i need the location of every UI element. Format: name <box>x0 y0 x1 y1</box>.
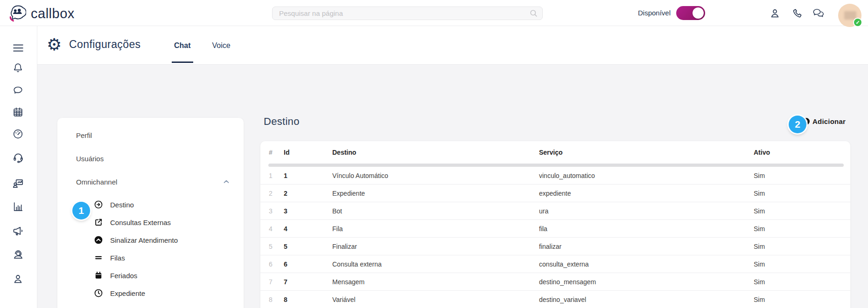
bar-chart-icon[interactable] <box>12 201 24 212</box>
sidebar-subitem[interactable]: Sinalizar Atendimento <box>57 231 244 249</box>
column-header-ativo: Ativo <box>754 149 850 156</box>
cell-servico: destino_mensagem <box>539 278 754 286</box>
cell-servico: finalizar <box>539 243 754 250</box>
table-row[interactable]: 3 3 Bot ura Sim <box>260 202 850 220</box>
chats-icon[interactable] <box>812 7 826 20</box>
monitor-person-icon[interactable] <box>12 178 24 190</box>
chevron-up-circle-icon <box>93 235 104 245</box>
table-row[interactable]: 7 7 Mensagem destino_mensagem Sim <box>260 273 850 291</box>
topbar: callbox Disponível ✓ <box>0 0 868 26</box>
cell-servico: fila <box>539 225 754 233</box>
headset-icon[interactable] <box>12 151 24 164</box>
online-status-badge: ✓ <box>853 18 862 27</box>
cell-ativo: Sim <box>754 172 850 179</box>
subitem-label: Feriados <box>110 272 137 280</box>
cell-num: 5 <box>269 243 284 250</box>
page-title: Configurações <box>69 38 141 51</box>
cell-destino: Variável <box>332 296 539 303</box>
sidebar-item-perfil[interactable]: Perfil <box>57 123 244 147</box>
cell-num: 1 <box>269 172 284 179</box>
cell-ativo: Sim <box>754 243 850 250</box>
cell-destino: Vínculo Automático <box>332 172 539 179</box>
megaphone-icon[interactable] <box>12 225 24 237</box>
person-icon[interactable] <box>12 273 24 285</box>
table-row[interactable]: 5 5 Finalizar finalizar Sim <box>260 238 850 255</box>
cell-ativo: Sim <box>754 278 850 286</box>
availability-label: Disponível <box>638 9 671 17</box>
subitem-label: Expediente <box>110 289 145 297</box>
table-body: 1 1 Vínculo Automático vinculo_automatic… <box>260 167 850 308</box>
table-row[interactable]: 4 4 Fila fila Sim <box>260 220 850 238</box>
add-button[interactable]: + Adicionar <box>803 117 846 125</box>
cell-destino: Mensagem <box>332 278 539 286</box>
calendar-icon[interactable] <box>12 106 24 118</box>
table-header-row: # Id Destino Serviço Ativo <box>260 141 850 164</box>
cell-id: 5 <box>284 243 332 250</box>
chat-bubble-icon[interactable] <box>12 84 24 96</box>
table-row[interactable]: 2 2 Expediente expediente Sim <box>260 185 850 202</box>
cell-id: 6 <box>284 260 332 268</box>
cell-id: 4 <box>284 225 332 233</box>
section-title: Destino <box>264 116 300 128</box>
gauge-icon[interactable] <box>12 128 24 140</box>
page-header: ⚙ Configurações Chat Voice <box>37 26 868 65</box>
chevron-up-icon <box>222 178 231 186</box>
sidebar-item-usuarios[interactable]: Usuários <box>57 147 244 170</box>
bell-icon[interactable] <box>12 62 24 74</box>
logo-wordmark: callbox <box>31 6 75 21</box>
left-rail <box>0 26 37 308</box>
cell-ativo: Sim <box>754 260 850 268</box>
cell-destino: Finalizar <box>332 243 539 250</box>
cell-servico: consulta_externa <box>539 260 754 268</box>
nav-item-label: Perfil <box>76 131 92 139</box>
availability-toggle[interactable] <box>676 6 705 20</box>
subitem-label: Destino <box>110 201 134 209</box>
search-icon[interactable] <box>529 9 538 18</box>
subitem-label: Filas <box>110 254 125 262</box>
phone-icon[interactable] <box>791 7 803 19</box>
sidebar-item-omnichannel[interactable]: Omnichannel <box>57 170 244 193</box>
add-button-label: Adicionar <box>812 117 846 125</box>
cell-servico: ura <box>539 207 754 215</box>
cell-num: 8 <box>269 296 284 303</box>
horizontal-scrollbar[interactable] <box>268 164 844 167</box>
tab-voice[interactable]: Voice <box>202 26 241 65</box>
column-header-servico: Serviço <box>539 149 754 156</box>
table-row[interactable]: 1 1 Vínculo Automático vinculo_automatic… <box>260 167 850 185</box>
cell-num: 4 <box>269 225 284 233</box>
column-header-num: # <box>269 149 284 156</box>
table-row[interactable]: 8 8 Variável destino_variavel Sim <box>260 291 850 308</box>
subitem-label: Sinalizar Atendimento <box>110 236 178 244</box>
toggle-knob <box>693 7 704 19</box>
column-header-destino: Destino <box>332 149 539 156</box>
cell-ativo: Sim <box>754 296 850 303</box>
cell-ativo: Sim <box>754 207 850 215</box>
cell-ativo: Sim <box>754 225 850 233</box>
external-link-icon <box>93 217 104 227</box>
table-row[interactable]: 6 6 Consulta externa consulta_externa Si… <box>260 255 850 273</box>
sidebar-subitem[interactable]: Expediente <box>57 284 244 302</box>
cell-servico: destino_variavel <box>539 296 754 303</box>
sidebar-subitem[interactable]: Filas <box>57 249 244 267</box>
cell-destino: Bot <box>332 207 539 215</box>
menu-icon[interactable] <box>12 43 24 53</box>
cell-ativo: Sim <box>754 190 850 197</box>
cell-servico: expediente <box>539 190 754 197</box>
clock-icon <box>93 288 104 298</box>
agent-headset-icon[interactable] <box>12 248 24 260</box>
cell-id: 7 <box>284 278 332 286</box>
annotation-step-2: 2 <box>789 116 806 133</box>
app-logo[interactable]: callbox <box>8 5 75 22</box>
sidebar-subitem[interactable]: Feriados <box>57 267 244 284</box>
calendar-filled-icon <box>93 270 104 281</box>
user-icon[interactable] <box>769 7 781 19</box>
search-input[interactable] <box>272 7 543 20</box>
cell-servico: vinculo_automatico <box>539 172 754 179</box>
cell-num: 6 <box>269 260 284 268</box>
destino-table-card: # Id Destino Serviço Ativo 1 1 Vínculo A… <box>260 141 850 308</box>
cell-num: 2 <box>269 190 284 197</box>
header-tabs: Chat Voice <box>163 26 241 65</box>
annotation-step-1: 1 <box>72 202 90 219</box>
cell-num: 7 <box>269 278 284 286</box>
tab-chat[interactable]: Chat <box>163 26 202 65</box>
